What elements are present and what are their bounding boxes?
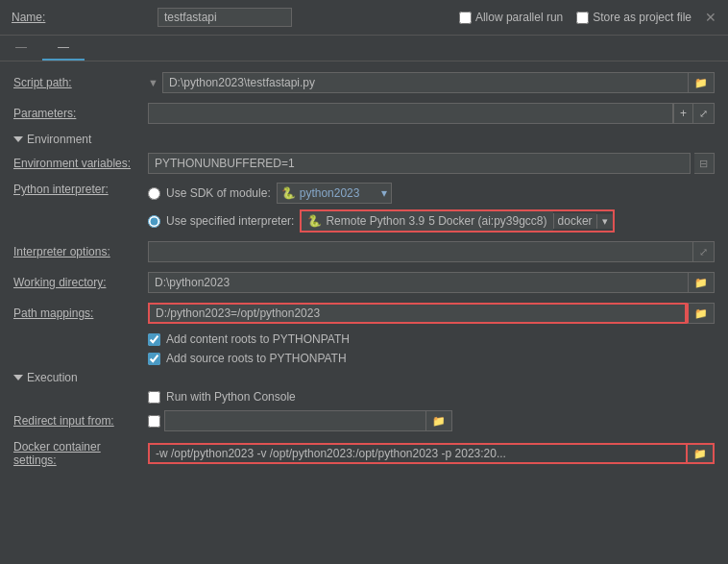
name-input[interactable] bbox=[158, 8, 292, 27]
environment-triangle-icon bbox=[13, 136, 23, 142]
parameters-input[interactable] bbox=[148, 103, 673, 124]
script-path-folder-btn[interactable]: 📁 bbox=[689, 72, 715, 93]
add-content-roots-label: Add content roots to PYTHONPATH bbox=[166, 332, 350, 346]
path-mappings-label: Path mappings: bbox=[13, 307, 148, 320]
run-with-console-row: Run with Python Console bbox=[13, 390, 715, 404]
interp-options-field: ⤢ bbox=[148, 241, 715, 262]
python-interp-row: Python interpreter: Use SDK of module: 🐍… bbox=[13, 183, 715, 233]
env-vars-row: Environment variables: ⊟ bbox=[13, 152, 715, 175]
python-interp-icon: 🐍 bbox=[307, 214, 322, 228]
add-content-roots-row: Add content roots to PYTHONPATH bbox=[13, 332, 715, 346]
env-vars-field: ⊟ bbox=[148, 153, 715, 174]
script-path-field: ▼ 📁 bbox=[148, 72, 715, 93]
execution-header[interactable]: Execution bbox=[13, 371, 715, 384]
script-path-input[interactable] bbox=[162, 72, 689, 93]
path-mappings-field: 📁 bbox=[148, 303, 715, 324]
script-path-label: Script path: bbox=[13, 76, 148, 89]
redirect-input-checkbox[interactable] bbox=[148, 415, 160, 428]
folder-icon: 📁 bbox=[694, 77, 708, 89]
interpreter-options: Use SDK of module: 🐍 python2023 ▾ Use sp… bbox=[148, 183, 615, 233]
tab-2[interactable]: — bbox=[42, 36, 85, 61]
path-mappings-input[interactable] bbox=[148, 303, 687, 324]
working-dir-input[interactable] bbox=[148, 272, 689, 293]
interpreter-detail: 5 Docker (ai:py39gcc8) bbox=[428, 214, 546, 228]
tab-1[interactable]: — bbox=[0, 36, 42, 61]
interpreter-dropdown-icon[interactable]: ▾ bbox=[596, 214, 613, 229]
docker-settings-folder-btn[interactable]: 📁 bbox=[688, 443, 715, 464]
sdk-dropdown-icon: ▾ bbox=[381, 186, 387, 200]
folder-icon-2: 📁 bbox=[694, 277, 708, 289]
docker-settings-input[interactable] bbox=[148, 443, 688, 464]
run-with-console-label: Run with Python Console bbox=[166, 390, 296, 404]
tabs-bar: — — bbox=[0, 36, 728, 61]
redirect-input-folder-btn[interactable]: 📁 bbox=[426, 410, 452, 431]
script-path-dropdown-icon[interactable]: ▼ bbox=[148, 77, 158, 88]
redirect-input-combo: 📁 bbox=[164, 410, 452, 431]
interp-options-row: Interpreter options: ⤢ bbox=[13, 240, 715, 263]
parameters-row: Parameters: + ⤢ bbox=[13, 102, 715, 125]
main-container: Name: Allow parallel run Store as projec… bbox=[0, 0, 728, 564]
store-project-checkbox[interactable] bbox=[576, 12, 589, 24]
add-content-roots-checkbox[interactable] bbox=[148, 333, 160, 346]
allow-parallel-item: Allow parallel run bbox=[459, 11, 563, 24]
use-sdk-radio[interactable] bbox=[148, 187, 160, 200]
parameters-add-btn[interactable]: + bbox=[673, 103, 693, 124]
use-specified-row: Use specified interpreter: 🐍 Remote Pyth… bbox=[148, 209, 615, 233]
interp-options-label: Interpreter options: bbox=[13, 245, 148, 258]
add-source-roots-label: Add source roots to PYTHONPATH bbox=[166, 352, 347, 365]
interpreter-docker-label: docker bbox=[553, 213, 596, 229]
folder-icon-5: 📁 bbox=[693, 448, 707, 460]
run-with-console-checkbox[interactable] bbox=[148, 391, 160, 404]
redirect-input-label: Redirect input from: bbox=[13, 414, 148, 428]
interp-options-expand-btn[interactable]: ⤢ bbox=[693, 241, 715, 262]
use-specified-label: Use specified interpreter: bbox=[166, 214, 294, 228]
env-vars-input[interactable] bbox=[148, 153, 691, 174]
interpreter-name: Remote Python 3.9 bbox=[326, 214, 425, 228]
redirect-input-field: 📁 bbox=[148, 410, 452, 431]
add-source-roots-checkbox[interactable] bbox=[148, 353, 160, 365]
interpreter-combo: 🐍 Remote Python 3.9 5 Docker (ai:py39gcc… bbox=[300, 209, 614, 233]
folder-icon-3: 📁 bbox=[694, 307, 708, 320]
working-dir-label: Working directory: bbox=[13, 276, 148, 289]
allow-parallel-checkbox[interactable] bbox=[459, 12, 472, 24]
add-source-roots-row: Add source roots to PYTHONPATH bbox=[13, 352, 715, 365]
top-checkboxes: Allow parallel run Store as project file… bbox=[459, 10, 716, 25]
working-dir-field: 📁 bbox=[148, 272, 715, 293]
sdk-value: python2023 bbox=[300, 186, 360, 200]
python-icon: 🐍 bbox=[281, 186, 296, 200]
docker-settings-label: Docker container settings: bbox=[13, 440, 148, 467]
store-project-label: Store as project file bbox=[593, 11, 692, 24]
environment-label: Environment bbox=[27, 133, 91, 146]
parameters-label: Parameters: bbox=[13, 107, 148, 120]
path-mappings-folder-btn[interactable]: 📁 bbox=[687, 303, 715, 324]
environment-header[interactable]: Environment bbox=[13, 133, 715, 146]
working-dir-row: Working directory: 📁 bbox=[13, 271, 715, 294]
content-area: Script path: ▼ 📁 Parameters: + ⤢ Environ… bbox=[0, 61, 728, 564]
sdk-select[interactable]: 🐍 python2023 ▾ bbox=[277, 183, 392, 204]
folder-icon-4: 📁 bbox=[432, 415, 446, 428]
allow-parallel-label: Allow parallel run bbox=[475, 11, 563, 24]
close-icon[interactable]: ✕ bbox=[705, 10, 716, 25]
interpreter-main[interactable]: 🐍 Remote Python 3.9 5 Docker (ai:py39gcc… bbox=[302, 211, 552, 231]
execution-triangle-icon bbox=[13, 375, 23, 380]
docker-settings-row: Docker container settings: 📁 bbox=[13, 440, 715, 467]
parameters-expand-btn[interactable]: ⤢ bbox=[693, 103, 715, 124]
use-sdk-row: Use SDK of module: 🐍 python2023 ▾ bbox=[148, 183, 615, 204]
docker-settings-field: 📁 bbox=[148, 443, 715, 464]
working-dir-folder-btn[interactable]: 📁 bbox=[689, 272, 715, 293]
script-path-row: Script path: ▼ 📁 bbox=[13, 71, 715, 94]
name-label: Name: bbox=[12, 11, 146, 24]
path-mappings-row: Path mappings: 📁 bbox=[13, 302, 715, 325]
use-sdk-label: Use SDK of module: bbox=[166, 186, 271, 200]
top-bar: Name: Allow parallel run Store as projec… bbox=[0, 0, 728, 36]
env-vars-label: Environment variables: bbox=[13, 157, 148, 170]
use-specified-radio[interactable] bbox=[148, 215, 160, 228]
redirect-input-row: Redirect input from: 📁 bbox=[13, 409, 715, 432]
env-vars-edit-btn[interactable]: ⊟ bbox=[694, 153, 715, 174]
parameters-field: + ⤢ bbox=[148, 103, 715, 124]
store-project-item: Store as project file bbox=[576, 11, 692, 24]
interp-options-input[interactable] bbox=[148, 241, 693, 262]
redirect-input-input[interactable] bbox=[164, 410, 426, 431]
python-interp-label: Python interpreter: bbox=[13, 183, 148, 196]
execution-label: Execution bbox=[27, 371, 78, 384]
